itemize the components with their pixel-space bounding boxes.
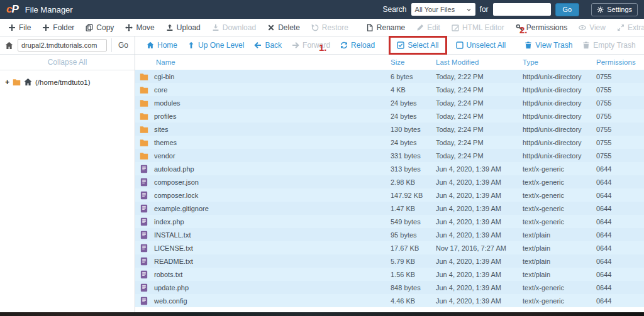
- search-label: Search: [383, 5, 407, 14]
- file-icon: [140, 178, 148, 187]
- file-modified: Jun 4, 2020, 1:39 AM: [436, 284, 523, 291]
- expand-icon[interactable]: +: [5, 79, 9, 86]
- pencil-icon: [416, 24, 424, 31]
- file-icon: [140, 283, 148, 292]
- file-modified: Today, 2:24 PM: [436, 86, 523, 94]
- table-row[interactable]: composer.json2.98 KBJun 4, 2020, 1:39 AM…: [135, 175, 644, 188]
- filenav-up-one-level-button[interactable]: Up One Level: [182, 39, 249, 52]
- file-modified: Jun 4, 2020, 1:39 AM: [436, 192, 523, 199]
- filenav-select-all-button[interactable]: Select All: [391, 38, 444, 52]
- file-size: 24 bytes: [391, 112, 436, 120]
- toolbar-view-button: View: [573, 21, 611, 34]
- search-input[interactable]: [493, 3, 551, 16]
- toolbar-folder-button[interactable]: Folder: [36, 21, 80, 34]
- button-label: Download: [223, 23, 256, 32]
- file-permissions: 0755: [596, 139, 644, 146]
- file-permissions: 0644: [596, 297, 644, 305]
- filenav-back-button[interactable]: Back: [249, 39, 287, 52]
- table-row[interactable]: robots.txt1.56 KBJun 4, 2020, 1:39 AMtex…: [135, 268, 644, 281]
- file-name: README.txt: [154, 258, 193, 265]
- table-row[interactable]: example.gitignore1.47 KBJun 4, 2020, 1:3…: [135, 202, 644, 215]
- tree-item-home[interactable]: + (/home/tmdtuto1): [0, 70, 135, 94]
- toolbar-edit-button: Edit: [411, 21, 446, 34]
- toolbar-move-button[interactable]: Move: [119, 21, 160, 34]
- table-row[interactable]: LICENSE.txt17.67 KBNov 17, 2016, 7:27 AM…: [135, 241, 644, 254]
- settings-button[interactable]: Settings: [591, 3, 638, 16]
- restore-icon: [311, 24, 319, 31]
- download-icon: [212, 24, 219, 31]
- file-modified: Jun 4, 2020, 1:39 AM: [436, 165, 523, 173]
- collapse-all-row: Collapse All: [0, 55, 135, 70]
- filenav-unselect-all-button[interactable]: Unselect All: [451, 39, 511, 52]
- extract-icon: [617, 24, 625, 31]
- toolbar-copy-button[interactable]: Copy: [80, 21, 119, 34]
- table-row[interactable]: index.php549 bytesJun 4, 2020, 1:39 AMte…: [135, 215, 644, 228]
- file-size: 95 bytes: [391, 231, 436, 239]
- file-nav-toolbar: HomeUp One LevelBackForwardReloadSelect …: [135, 36, 644, 55]
- file-name: vendor: [154, 152, 175, 160]
- file-icon: [140, 231, 148, 239]
- table-row[interactable]: cgi-bin6 bytesToday, 2:22 PMhttpd/unix-d…: [135, 70, 644, 83]
- file-type: httpd/unix-directory: [523, 139, 596, 146]
- file-name: sites: [154, 126, 169, 133]
- search-bar: Search All Your Files for Go Settings: [383, 3, 638, 16]
- file-modified: Jun 4, 2020, 1:39 AM: [436, 297, 523, 305]
- folder-icon: [13, 78, 21, 86]
- file-size: 1.47 KB: [391, 205, 436, 212]
- file-modified: Today, 2:24 PM: [436, 139, 523, 146]
- table-row[interactable]: README.txt5.79 KBJun 4, 2020, 1:39 AMtex…: [135, 254, 644, 268]
- file-modified: Today, 2:24 PM: [436, 99, 523, 107]
- table-row[interactable]: modules24 bytesToday, 2:24 PMhttpd/unix-…: [135, 96, 644, 109]
- column-header-name[interactable]: Name: [140, 58, 391, 66]
- search-scope-select[interactable]: All Your Files: [411, 3, 475, 16]
- file-permissions: 0644: [596, 165, 644, 173]
- file-size: 549 bytes: [391, 218, 436, 226]
- toolbar-rename-button[interactable]: Rename: [360, 21, 411, 34]
- sidebar: Go Collapse All + (/home/tmdtuto1): [0, 36, 135, 312]
- file-type: text/plain: [523, 271, 596, 278]
- table-row[interactable]: autoload.php313 bytesJun 4, 2020, 1:39 A…: [135, 162, 644, 175]
- table-row[interactable]: core4 KBToday, 2:24 PMhttpd/unix-directo…: [135, 83, 644, 96]
- column-header-last-modified[interactable]: Last Modified: [436, 58, 523, 66]
- cpanel-logo[interactable]: cP: [6, 3, 19, 16]
- right-icon: [292, 41, 299, 49]
- file-permissions: 0755: [596, 99, 644, 107]
- domain-input[interactable]: [18, 39, 107, 52]
- search-go-button[interactable]: Go: [555, 3, 580, 16]
- table-row[interactable]: profiles24 bytesToday, 2:24 PMhttpd/unix…: [135, 109, 644, 123]
- table-row[interactable]: vendor331 bytesToday, 2:24 PMhttpd/unix-…: [135, 149, 644, 162]
- toolbar-file-button[interactable]: File: [3, 21, 36, 34]
- bottom-edge-strip: [0, 312, 644, 316]
- file-modified: Jun 4, 2020, 1:39 AM: [436, 218, 523, 226]
- domain-go-button[interactable]: Go: [111, 38, 130, 52]
- filenav-reload-button[interactable]: Reload: [335, 39, 380, 52]
- table-row[interactable]: themes24 bytesToday, 2:24 PMhttpd/unix-d…: [135, 136, 644, 149]
- gear-icon: [597, 6, 604, 13]
- file-modified: Jun 4, 2020, 1:39 AM: [436, 178, 523, 186]
- table-row[interactable]: sites130 bytesToday, 2:24 PMhttpd/unix-d…: [135, 123, 644, 136]
- collapse-all-link[interactable]: Collapse All: [48, 58, 87, 67]
- table-row[interactable]: update.php848 bytesJun 4, 2020, 1:39 AMt…: [135, 281, 644, 294]
- file-permissions: 0644: [596, 258, 644, 265]
- file-size: 4 KB: [391, 86, 436, 94]
- button-label: Back: [265, 41, 282, 50]
- filenav-view-trash-button[interactable]: View Trash: [519, 39, 577, 52]
- filenav-home-button[interactable]: Home: [142, 39, 182, 52]
- button-label: File: [19, 23, 31, 32]
- file-size: 130 bytes: [391, 126, 436, 133]
- column-header-type[interactable]: Type: [523, 58, 596, 66]
- home-icon: [24, 78, 32, 86]
- reload-icon: [340, 41, 348, 49]
- file-icon: [140, 244, 148, 253]
- toolbar-upload-button[interactable]: Upload: [160, 21, 206, 34]
- toolbar-delete-button[interactable]: Delete: [262, 21, 306, 34]
- home-icon[interactable]: [5, 41, 13, 50]
- table-row[interactable]: web.config4.46 KBJun 4, 2020, 1:39 AMtex…: [135, 294, 644, 307]
- table-row[interactable]: composer.lock147.92 KBJun 4, 2020, 1:39 …: [135, 188, 644, 202]
- domain-row: Go: [0, 36, 135, 55]
- file-type: text/x-generic: [523, 218, 596, 226]
- column-header-permissions[interactable]: Permissions: [596, 58, 644, 66]
- file-table: cgi-bin6 bytesToday, 2:22 PMhttpd/unix-d…: [135, 70, 644, 312]
- column-header-size[interactable]: Size: [391, 58, 436, 66]
- table-row[interactable]: INSTALL.txt95 bytesJun 4, 2020, 1:39 AMt…: [135, 228, 644, 241]
